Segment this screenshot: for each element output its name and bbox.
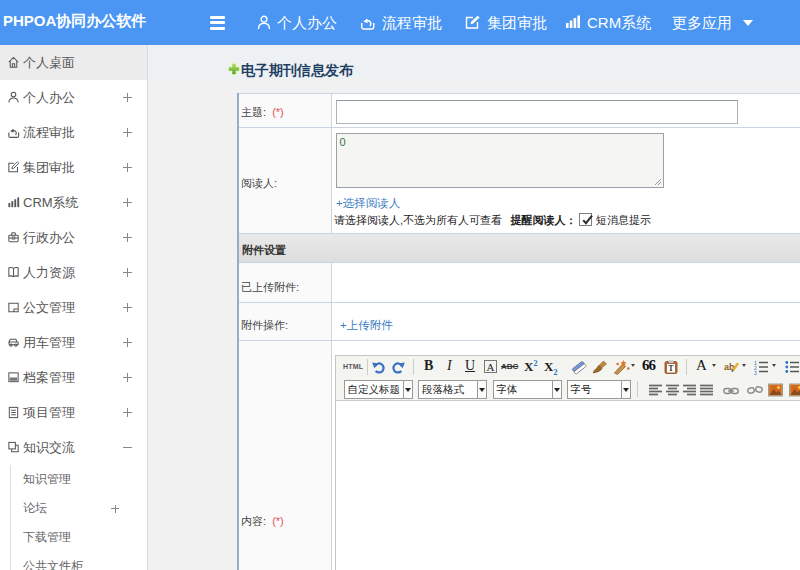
svg-text:3: 3	[754, 370, 757, 376]
svg-text:T: T	[668, 364, 674, 373]
